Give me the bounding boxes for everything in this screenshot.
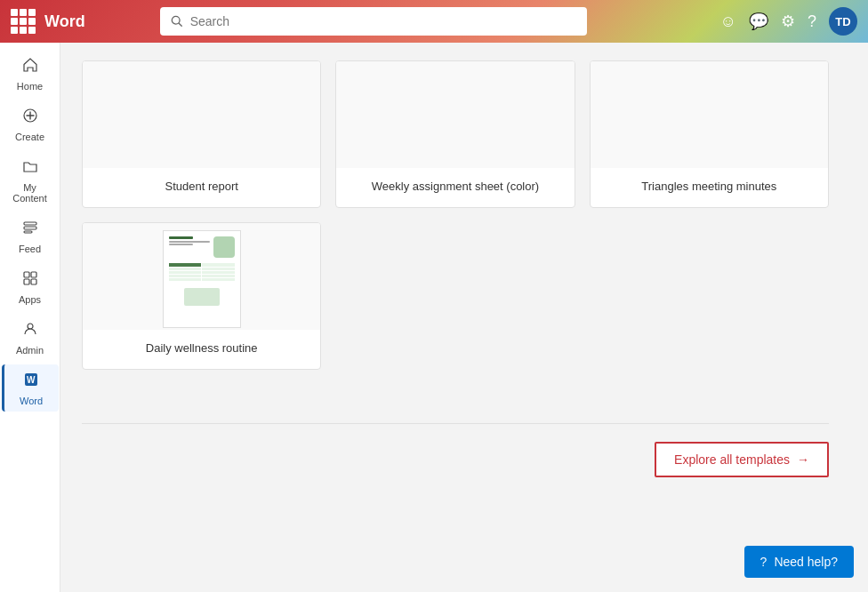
template-preview-triangles-meeting (591, 61, 828, 168)
waffle-menu[interactable] (11, 9, 36, 34)
topbar: Word Search ☺ 💬 ⚙ ? TD (0, 0, 868, 43)
svg-point-12 (28, 324, 33, 329)
search-icon (171, 15, 183, 28)
svg-rect-5 (24, 222, 36, 225)
template-card-triangles-meeting[interactable]: Triangles meeting minutes (590, 60, 829, 208)
template-card-daily-wellness[interactable]: Daily wellness routine (82, 222, 321, 370)
settings-icon[interactable]: ⚙ (781, 12, 795, 31)
sidebar-item-word-label: Word (20, 396, 43, 406)
svg-rect-11 (31, 279, 36, 284)
avatar[interactable]: TD (829, 7, 857, 36)
template-preview-student-report (83, 61, 320, 168)
sidebar-item-feed[interactable]: Feed (2, 212, 59, 260)
sidebar-item-admin[interactable]: Admin (2, 314, 59, 361)
sidebar-item-admin-label: Admin (16, 345, 44, 356)
sidebar-item-create[interactable]: Create (2, 100, 59, 148)
svg-text:W: W (27, 375, 36, 385)
explore-arrow-icon: → (797, 452, 809, 467)
admin-icon (22, 321, 38, 341)
svg-rect-8 (24, 272, 29, 277)
template-preview-weekly-assignment (336, 61, 574, 168)
folder-icon (22, 158, 38, 179)
template-label-student-report: Student report (83, 168, 320, 207)
sidebar-item-my-content[interactable]: My Content (2, 151, 59, 209)
sidebar-item-home-label: Home (17, 81, 43, 92)
template-label-daily-wellness: Daily wellness routine (83, 330, 320, 369)
need-help-label: Need help? (774, 555, 838, 569)
feed-icon (22, 220, 38, 240)
sidebar-item-create-label: Create (15, 132, 44, 142)
sidebar: Home Create My Content Feed Apps Admin W (0, 43, 60, 592)
search-input[interactable]: Search (190, 14, 576, 28)
create-icon (22, 108, 38, 128)
explore-templates-button[interactable]: Explore all templates → (655, 442, 829, 477)
topbar-right: ☺ 💬 ⚙ ? TD (720, 7, 857, 36)
svg-line-1 (179, 23, 181, 26)
apps-icon (22, 270, 38, 291)
need-help-icon: ? (760, 555, 768, 569)
search-box[interactable]: Search (160, 7, 587, 36)
comment-icon[interactable]: 💬 (749, 12, 768, 31)
template-preview-daily-wellness (83, 223, 320, 330)
template-label-weekly-assignment: Weekly assignment sheet (color) (336, 168, 574, 207)
doc-preview-wellness (163, 230, 241, 328)
app-logo: Word (44, 12, 85, 31)
smiley-icon[interactable]: ☺ (720, 12, 736, 31)
explore-templates-wrapper: Explore all templates → (82, 423, 829, 477)
help-icon[interactable]: ? (808, 12, 816, 31)
svg-rect-7 (24, 231, 32, 233)
word-icon: W (23, 372, 39, 392)
sidebar-item-word[interactable]: W Word (2, 364, 59, 412)
template-card-weekly-assignment[interactable]: Weekly assignment sheet (color) (335, 60, 575, 208)
template-label-triangles-meeting: Triangles meeting minutes (591, 168, 828, 207)
templates-grid: Student report Weekly assignment sheet (… (82, 60, 829, 370)
svg-rect-6 (24, 227, 36, 229)
sidebar-item-apps[interactable]: Apps (2, 263, 59, 310)
svg-rect-9 (31, 272, 36, 277)
template-card-student-report[interactable]: Student report (82, 60, 321, 208)
explore-templates-label: Explore all templates (674, 452, 790, 467)
sidebar-item-my-content-label: My Content (5, 182, 55, 204)
sidebar-item-feed-label: Feed (19, 244, 41, 254)
need-help-button[interactable]: ? Need help? (744, 546, 854, 578)
main-content: Student report Weekly assignment sheet (… (60, 43, 868, 592)
svg-rect-10 (24, 279, 29, 284)
home-icon (22, 57, 38, 77)
sidebar-item-home[interactable]: Home (2, 50, 59, 97)
sidebar-item-apps-label: Apps (19, 294, 41, 305)
